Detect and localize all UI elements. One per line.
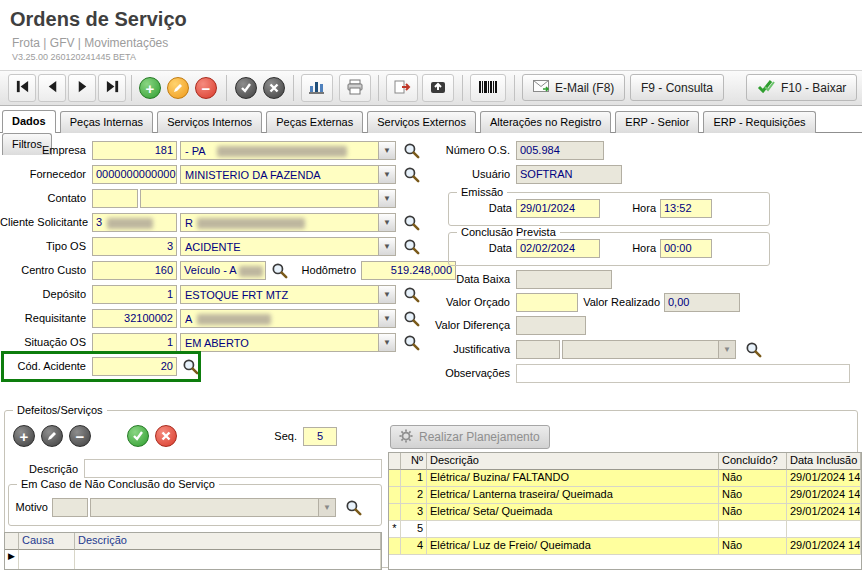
table-row-editing[interactable]: * 5: [389, 521, 861, 538]
centro-custo-search-icon[interactable]: [270, 262, 288, 280]
next-record-button[interactable]: [68, 74, 96, 102]
situacao-search-icon[interactable]: [402, 334, 420, 352]
requisitante-code-field[interactable]: 32100002: [92, 309, 177, 328]
numero-cell: 3: [401, 504, 427, 521]
chevron-down-icon[interactable]: ▼: [718, 341, 735, 358]
emissao-hora-field[interactable]: 13:52: [660, 199, 712, 218]
seq-field[interactable]: 5: [303, 427, 337, 446]
cliente-search-icon[interactable]: [402, 214, 420, 232]
chevron-down-icon[interactable]: ▼: [318, 499, 335, 516]
conclusao-data-field[interactable]: 02/02/2024: [516, 239, 600, 258]
cod-acidente-label: Cód. Acidente: [0, 360, 86, 372]
deposito-code-field[interactable]: 1: [92, 285, 177, 304]
deposito-search-icon[interactable]: [402, 286, 420, 304]
justificativa-combo[interactable]: ▼: [562, 340, 736, 359]
cod-acidente-search-icon[interactable]: [181, 358, 199, 376]
contato-code-field[interactable]: [92, 189, 138, 208]
defeito-confirm-button[interactable]: [126, 424, 150, 448]
defeito-delete-button[interactable]: −: [68, 424, 92, 448]
deposito-combo[interactable]: ESTOQUE FRT MTZ ▼: [180, 285, 396, 304]
chart-button[interactable]: [301, 74, 333, 102]
realizar-planejamento-button[interactable]: Realizar Planejamento: [390, 425, 550, 449]
row-selector-cell: [389, 504, 401, 521]
causa-grid-row[interactable]: ▶: [5, 550, 381, 570]
empresa-combo[interactable]: - PA ▼: [180, 141, 396, 160]
emissao-data-field[interactable]: 29/01/2024: [516, 199, 600, 218]
chevron-down-icon[interactable]: ▼: [378, 166, 395, 183]
last-record-button[interactable]: [98, 74, 126, 102]
redaction-blur: [107, 218, 153, 229]
descricao-field[interactable]: [84, 459, 382, 478]
motivo-combo[interactable]: ▼: [90, 498, 336, 517]
requisitante-label: Requisitante: [0, 312, 86, 324]
centro-custo-code-field[interactable]: 160: [92, 261, 177, 280]
justificativa-search-icon[interactable]: [744, 341, 762, 359]
consulta-button[interactable]: F9 - Consulta: [630, 74, 724, 101]
previous-record-button[interactable]: [38, 74, 66, 102]
print-button[interactable]: [339, 74, 371, 102]
conclusao-hora-field[interactable]: 00:00: [660, 239, 712, 258]
conclusao-hora-label: Hora: [620, 242, 656, 254]
table-row[interactable]: 1 Elétrica/ Buzina/ FALTANDO Não 29/01/2…: [389, 470, 861, 487]
close-icon: [263, 77, 285, 99]
causa-descricao-col-header: Descrição: [75, 533, 381, 550]
chevron-down-icon[interactable]: ▼: [378, 310, 395, 327]
tipo-os-search-icon[interactable]: [402, 238, 420, 256]
cod-acidente-field[interactable]: 20: [92, 357, 177, 376]
cliente-combo[interactable]: R ▼: [180, 213, 396, 232]
table-row[interactable]: 3 Eletrica/ Seta/ Queimada Não 29/01/202…: [389, 504, 861, 521]
tab-dados[interactable]: Dados: [2, 110, 56, 133]
archive-button[interactable]: [422, 74, 454, 102]
centro-custo-field[interactable]: Veículo - A: [180, 261, 266, 280]
archive-box-icon: [429, 79, 447, 98]
edit-button[interactable]: [166, 76, 190, 100]
tab-alteracoes-registro[interactable]: Alterações no Registro: [480, 111, 611, 133]
chevron-down-icon[interactable]: ▼: [378, 214, 395, 231]
chevron-down-icon[interactable]: ▼: [378, 142, 395, 159]
numero-os-label: Número O.S.: [420, 144, 510, 156]
cancel-button[interactable]: [262, 76, 286, 100]
tab-pecas-internas[interactable]: Peças Internas: [60, 111, 153, 133]
printer-icon: [346, 79, 364, 98]
defeito-cancel-button[interactable]: [154, 424, 178, 448]
defeito-edit-button[interactable]: [40, 424, 64, 448]
empresa-search-icon[interactable]: [402, 142, 420, 160]
situacao-code-field[interactable]: 1: [92, 333, 177, 352]
observacoes-field[interactable]: [516, 364, 850, 383]
tab-erp-requisicoes[interactable]: ERP - Requisições: [703, 111, 815, 133]
tab-servicos-internos[interactable]: Serviços Internos: [157, 111, 262, 133]
table-row[interactable]: 2 Eletrica/ Lanterna traseira/ Queimada …: [389, 487, 861, 504]
tipo-os-code-field[interactable]: 3: [92, 237, 177, 256]
situacao-combo[interactable]: EM ABERTO ▼: [180, 333, 396, 352]
chevron-down-icon[interactable]: ▼: [378, 190, 395, 207]
fornecedor-code-field[interactable]: 00000000000001: [92, 165, 177, 184]
data-baixa-label: Data Baixa: [420, 273, 510, 285]
add-button[interactable]: +: [138, 76, 162, 100]
requisitante-combo[interactable]: A ▼: [180, 309, 396, 328]
first-record-button[interactable]: [8, 74, 36, 102]
fornecedor-search-icon[interactable]: [402, 166, 420, 184]
minus-icon: −: [195, 77, 217, 99]
tab-servicos-externos[interactable]: Serviços Externos: [367, 111, 476, 133]
export-button[interactable]: [386, 74, 418, 102]
table-row[interactable]: 4 Elétrica/ Luz de Freio/ Queimada Não 2…: [389, 538, 861, 555]
barcode-button[interactable]: [470, 74, 506, 102]
chevron-down-icon[interactable]: ▼: [378, 334, 395, 351]
email-button[interactable]: E-Mail (F8): [522, 74, 625, 101]
delete-button[interactable]: −: [194, 76, 218, 100]
defeito-add-button[interactable]: +: [12, 424, 36, 448]
chevron-down-icon[interactable]: ▼: [378, 286, 395, 303]
cliente-code-field[interactable]: 3: [92, 213, 177, 232]
baixar-button[interactable]: F10 - Baixar: [746, 74, 857, 101]
chevron-down-icon[interactable]: ▼: [378, 238, 395, 255]
motivo-search-icon[interactable]: [344, 499, 362, 517]
causa-cell: [19, 550, 75, 570]
confirm-button[interactable]: [234, 76, 258, 100]
empresa-code-field[interactable]: 181: [92, 141, 177, 160]
fornecedor-combo[interactable]: MINISTERIO DA FAZENDA ▼: [180, 165, 396, 184]
tipo-os-combo[interactable]: ACIDENTE ▼: [180, 237, 396, 256]
tab-erp-senior[interactable]: ERP - Senior: [615, 111, 699, 133]
tab-pecas-externas[interactable]: Peças Externas: [266, 111, 363, 133]
requisitante-search-icon[interactable]: [402, 310, 420, 328]
contato-combo[interactable]: ▼: [140, 189, 396, 208]
